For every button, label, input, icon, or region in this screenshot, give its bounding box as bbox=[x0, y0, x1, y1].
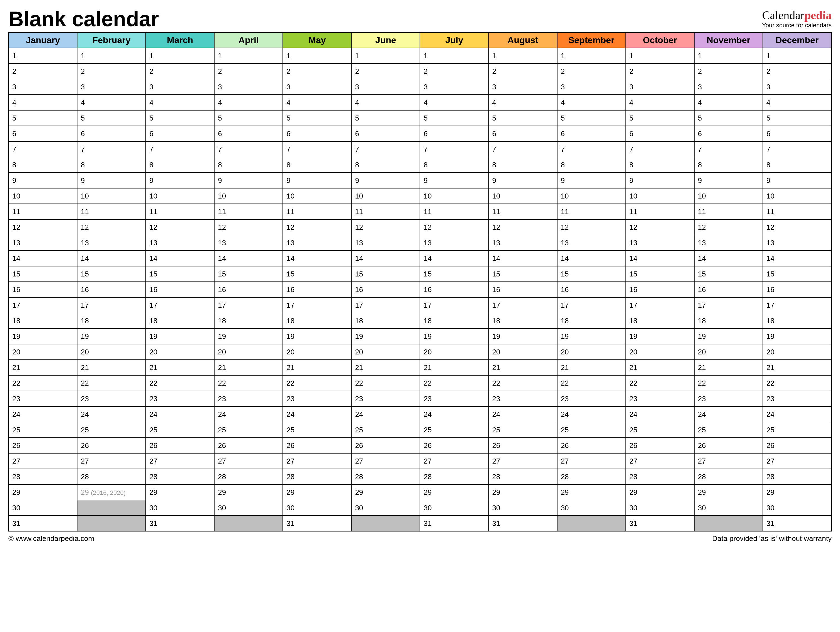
day-cell: 26 bbox=[763, 438, 831, 453]
day-row-31: 31313131313131 bbox=[9, 515, 831, 531]
day-row-20: 202020202020202020202020 bbox=[9, 344, 831, 360]
day-cell: 3 bbox=[9, 79, 77, 95]
day-cell: 2 bbox=[694, 63, 763, 79]
day-cell: 8 bbox=[283, 157, 351, 173]
day-cell: 25 bbox=[489, 422, 557, 438]
day-cell bbox=[214, 515, 283, 531]
day-cell: 15 bbox=[9, 266, 77, 282]
day-cell bbox=[351, 515, 420, 531]
day-row-22: 222222222222222222222222 bbox=[9, 375, 831, 391]
day-cell: 28 bbox=[351, 469, 420, 484]
day-cell: 23 bbox=[489, 391, 557, 407]
day-cell: 29 bbox=[9, 484, 77, 500]
day-cell: 10 bbox=[694, 188, 763, 204]
day-cell: 26 bbox=[214, 438, 283, 453]
day-cell: 17 bbox=[283, 297, 351, 313]
day-cell: 24 bbox=[694, 407, 763, 422]
day-cell: 26 bbox=[489, 438, 557, 453]
day-cell: 4 bbox=[9, 95, 77, 110]
day-row-27: 272727272727272727272727 bbox=[9, 453, 831, 469]
day-cell: 6 bbox=[214, 126, 283, 142]
day-cell: 4 bbox=[626, 95, 694, 110]
day-cell: 19 bbox=[9, 329, 77, 344]
day-cell: 31 bbox=[420, 515, 488, 531]
day-cell: 21 bbox=[763, 360, 831, 375]
day-cell: 30 bbox=[351, 500, 420, 515]
day-cell: 26 bbox=[283, 438, 351, 453]
day-cell: 3 bbox=[283, 79, 351, 95]
day-row-26: 262626262626262626262626 bbox=[9, 438, 831, 453]
day-cell: 10 bbox=[489, 188, 557, 204]
day-cell: 24 bbox=[9, 407, 77, 422]
day-cell: 15 bbox=[420, 266, 488, 282]
day-row-1: 111111111111 bbox=[9, 48, 831, 63]
day-cell: 4 bbox=[146, 95, 214, 110]
day-cell: 7 bbox=[420, 142, 488, 157]
day-cell: 11 bbox=[351, 204, 420, 219]
day-cell: 23 bbox=[77, 391, 146, 407]
day-cell: 31 bbox=[489, 515, 557, 531]
day-cell: 11 bbox=[420, 204, 488, 219]
day-cell: 20 bbox=[283, 344, 351, 360]
day-cell: 10 bbox=[283, 188, 351, 204]
day-cell: 19 bbox=[146, 329, 214, 344]
day-cell: 20 bbox=[489, 344, 557, 360]
day-cell: 31 bbox=[146, 515, 214, 531]
day-cell: 20 bbox=[626, 344, 694, 360]
day-cell: 29 (2016, 2020) bbox=[77, 484, 146, 500]
day-cell: 19 bbox=[214, 329, 283, 344]
day-cell: 18 bbox=[420, 313, 488, 329]
day-cell: 25 bbox=[214, 422, 283, 438]
day-cell: 21 bbox=[77, 360, 146, 375]
day-cell: 1 bbox=[763, 48, 831, 63]
day-cell: 12 bbox=[489, 219, 557, 235]
day-cell: 28 bbox=[626, 469, 694, 484]
day-cell bbox=[694, 515, 763, 531]
day-cell: 31 bbox=[763, 515, 831, 531]
day-cell: 22 bbox=[763, 375, 831, 391]
day-cell: 25 bbox=[9, 422, 77, 438]
day-cell: 5 bbox=[489, 110, 557, 126]
day-cell: 14 bbox=[420, 251, 488, 266]
day-cell: 29 bbox=[763, 484, 831, 500]
day-row-17: 171717171717171717171717 bbox=[9, 297, 831, 313]
day-cell: 10 bbox=[557, 188, 626, 204]
day-cell: 26 bbox=[77, 438, 146, 453]
day-cell: 31 bbox=[626, 515, 694, 531]
day-cell: 2 bbox=[283, 63, 351, 79]
day-cell: 18 bbox=[146, 313, 214, 329]
day-cell: 25 bbox=[694, 422, 763, 438]
day-cell: 12 bbox=[557, 219, 626, 235]
day-cell: 30 bbox=[420, 500, 488, 515]
day-cell: 13 bbox=[626, 235, 694, 251]
day-cell: 18 bbox=[763, 313, 831, 329]
day-cell: 17 bbox=[420, 297, 488, 313]
day-cell: 10 bbox=[214, 188, 283, 204]
day-cell: 30 bbox=[557, 500, 626, 515]
day-cell: 27 bbox=[694, 453, 763, 469]
day-cell: 5 bbox=[77, 110, 146, 126]
day-cell: 27 bbox=[626, 453, 694, 469]
day-cell: 16 bbox=[420, 282, 488, 297]
day-cell: 3 bbox=[557, 79, 626, 95]
page-title: Blank calendar bbox=[8, 8, 159, 30]
day-row-28: 282828282828282828282828 bbox=[9, 469, 831, 484]
day-cell: 25 bbox=[420, 422, 488, 438]
day-cell: 29 bbox=[214, 484, 283, 500]
day-cell: 27 bbox=[77, 453, 146, 469]
day-cell: 13 bbox=[489, 235, 557, 251]
day-row-23: 232323232323232323232323 bbox=[9, 391, 831, 407]
day-cell: 25 bbox=[283, 422, 351, 438]
day-cell: 19 bbox=[77, 329, 146, 344]
calendar-header-row: JanuaryFebruaryMarchAprilMayJuneJulyAugu… bbox=[9, 33, 831, 48]
month-header-december: December bbox=[763, 33, 831, 48]
day-cell: 12 bbox=[420, 219, 488, 235]
day-cell: 14 bbox=[77, 251, 146, 266]
day-cell: 15 bbox=[214, 266, 283, 282]
day-cell: 20 bbox=[9, 344, 77, 360]
day-cell: 7 bbox=[694, 142, 763, 157]
footer: © www.calendarpedia.com Data provided 'a… bbox=[8, 534, 832, 543]
day-cell: 3 bbox=[77, 79, 146, 95]
day-cell: 14 bbox=[283, 251, 351, 266]
day-cell: 1 bbox=[626, 48, 694, 63]
